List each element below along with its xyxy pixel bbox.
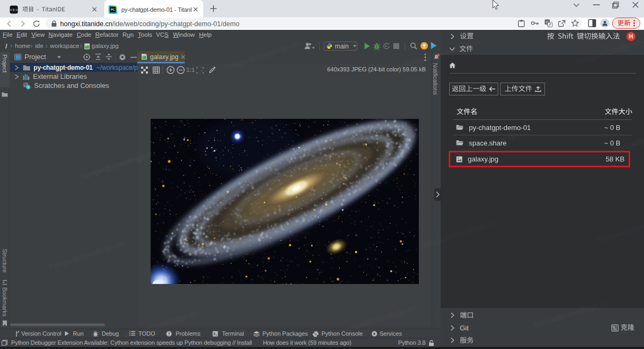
svg-text:PC: PC: [111, 8, 114, 11]
svg-text:<t>: <t>: [10, 7, 18, 12]
